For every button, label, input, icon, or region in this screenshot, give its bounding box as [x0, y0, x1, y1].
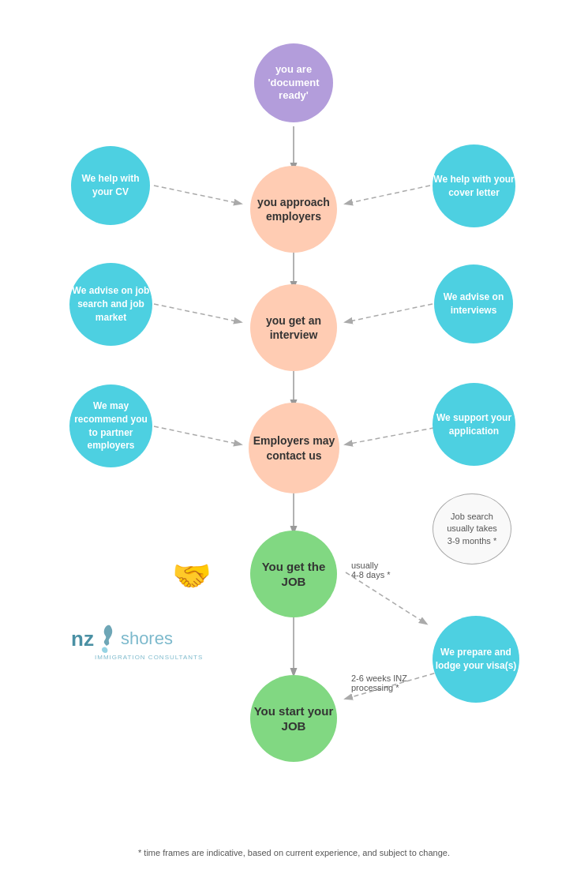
node-recommend-employers: We may recommend you to partner employer… — [69, 384, 152, 467]
node-help-cover: We help with your cover letter — [433, 144, 515, 227]
logo-nz: nz — [71, 627, 94, 651]
nz-map-icon — [96, 624, 118, 654]
svg-line-7 — [154, 426, 241, 444]
handshake-icon: 🤝 — [172, 557, 212, 595]
svg-line-10 — [346, 426, 442, 444]
node-advise-job-search: We advise on job search and job market — [69, 263, 152, 346]
node-approach-employers: you approach employers — [250, 166, 337, 253]
footnote: * time frames are indicative, based on c… — [39, 848, 549, 857]
node-support-application: We support your application — [433, 383, 515, 466]
nz-shores-logo: nz shores IMMIGRATION CONSULTANTS — [71, 624, 203, 661]
node-job-search-time: Job search usually takes 3-9 months * — [433, 493, 511, 565]
svg-line-5 — [154, 186, 241, 204]
node-employers-contact: Employers may contact us — [249, 403, 339, 493]
label-4-8-days: usually 4-8 days * — [351, 561, 391, 580]
node-help-cv: We help with your CV — [71, 146, 150, 225]
node-document-ready: you are 'document ready' — [254, 43, 333, 122]
node-get-interview: you get an interview — [250, 284, 337, 371]
node-get-job: You get the JOB — [250, 531, 337, 617]
node-advise-interviews: We advise on interviews — [434, 264, 513, 343]
svg-line-9 — [346, 304, 433, 322]
svg-line-6 — [154, 304, 241, 322]
logo-subtitle: IMMIGRATION CONSULTANTS — [95, 654, 203, 661]
svg-line-11 — [346, 572, 426, 624]
node-prepare-visa: We prepare and lodge your visa(s) — [433, 616, 519, 703]
diagram-container: you are 'document ready' you approach em… — [0, 0, 588, 889]
node-start-job: You start your JOB — [250, 675, 337, 762]
label-inz-processing: 2-6 weeks INZ processing * — [351, 673, 407, 692]
svg-line-8 — [346, 186, 430, 204]
logo-shores: shores — [121, 628, 173, 649]
